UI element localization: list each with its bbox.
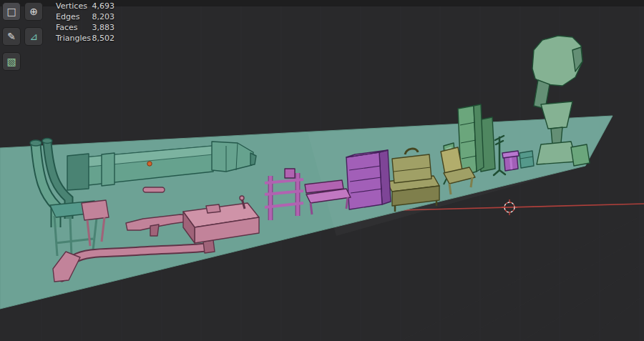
- cursor-tool-icon: ⊕: [29, 6, 38, 16]
- stat-value: 3,883: [92, 22, 115, 33]
- stat-label: Edges: [56, 11, 79, 22]
- stat-label: Faces: [56, 22, 78, 33]
- object-green-cabinets[interactable]: [458, 104, 495, 176]
- object-origin-dot: [147, 162, 152, 166]
- object-dresser[interactable]: [346, 150, 391, 209]
- stat-row-triangles: Triangles 8,502: [56, 33, 114, 44]
- stat-row-faces: Faces 3,883: [56, 22, 114, 33]
- measure-icon: ⊿: [29, 31, 38, 41]
- object-lounge-chair[interactable]: [532, 36, 590, 166]
- object-chest[interactable]: [519, 151, 534, 168]
- measure-tool-button[interactable]: ⊿: [24, 27, 43, 46]
- stat-value: 8,203: [92, 11, 115, 22]
- select-box-icon: □: [6, 6, 16, 16]
- scene-statistics-overlay: Vertices 4,693 Edges 8,203 Faces 3,883 T…: [56, 1, 114, 44]
- object-gift-box[interactable]: [502, 151, 519, 171]
- blender-3d-viewport: □ ⊕ ✎ ⊿ ▧ Vertices 4,693 Edges 8,203 Fac…: [0, 0, 644, 341]
- stat-label: Vertices: [56, 1, 87, 11]
- object-pink-rod[interactable]: [143, 187, 165, 192]
- stat-value: 4,693: [92, 1, 115, 11]
- stat-value: 8,502: [92, 33, 115, 44]
- annotate-tool-button[interactable]: ✎: [2, 27, 21, 46]
- stat-row-edges: Edges 8,203: [56, 11, 114, 22]
- stat-label: Triangles: [56, 33, 91, 44]
- add-cube-icon: ▧: [6, 56, 16, 66]
- cursor-tool-button[interactable]: ⊕: [24, 2, 43, 21]
- select-box-tool-button[interactable]: □: [2, 2, 21, 21]
- add-cube-tool-button[interactable]: ▧: [2, 52, 21, 71]
- viewport-canvas[interactable]: [0, 0, 644, 341]
- stat-row-vertices: Vertices 4,693: [56, 1, 114, 11]
- tool-shelf: □ ⊕ ✎ ⊿ ▧: [2, 2, 43, 71]
- annotate-icon: ✎: [7, 31, 16, 41]
